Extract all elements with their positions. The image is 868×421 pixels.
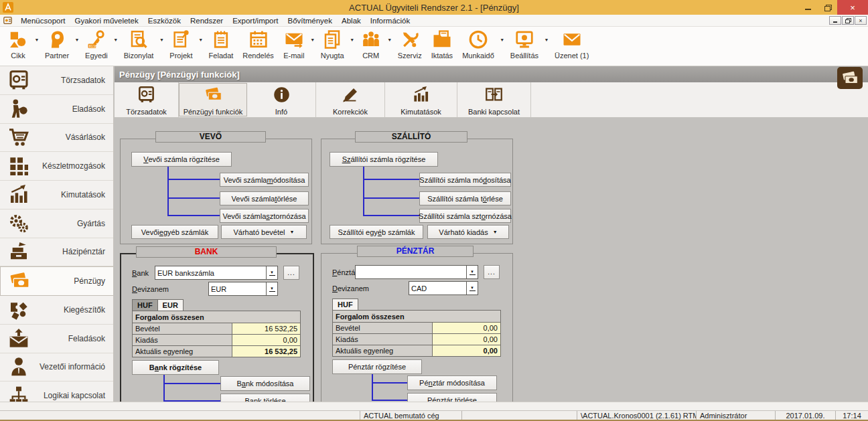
table-row: Aktuális egyenleg16 532,25 [133, 345, 300, 357]
penzugy-corner-icon[interactable] [837, 67, 863, 89]
combo-arrow-icon[interactable]: ▼ [466, 266, 478, 278]
inventory-grid-icon [7, 155, 31, 177]
menu-rendszer[interactable]: Rendszer [186, 17, 228, 25]
toolbar-cikk[interactable]: Cikk [3, 27, 33, 60]
szallitoi-szamla-sztornozasa-button[interactable]: Szállítói számla sztornózása [419, 209, 511, 223]
sidebar-item-hazipenztar[interactable]: Házipénztár [0, 238, 113, 267]
penztar-select[interactable]: ▼ [355, 265, 478, 279]
mdi-minimize-button[interactable] [829, 16, 841, 25]
sidebar-item-vasarlasok[interactable]: Vásárlások [0, 124, 113, 153]
tab-penzugyi-funkciok[interactable]: Pénzügyi funkciók [179, 83, 247, 116]
close-button[interactable]: × [837, 0, 868, 15]
bank-devizanem-select[interactable]: EUR ▼ [208, 282, 278, 296]
toolbar-rendeles[interactable]: Rendelés [238, 27, 278, 60]
munkaido-dropdown-arrow-icon[interactable]: ▼ [499, 27, 506, 52]
vevoi-szamla-sztornozasa-button[interactable]: Vevői számla sztornózása [220, 209, 309, 223]
tab-kimutatasok[interactable]: Kimutatások [385, 82, 457, 117]
currency-tab-huf[interactable]: HUF [132, 299, 157, 311]
toolbar-bizonylat[interactable]: Bizonylat [119, 27, 159, 60]
sidebar-item-gyartas[interactable]: Gyártás [0, 209, 113, 238]
toolbar-szerviz[interactable]: Szerviz [393, 27, 427, 60]
bank-modositasa-button[interactable]: Bank módosítása [220, 376, 310, 391]
tab-banki-kapcsolat[interactable]: Banki kapcsolat [457, 82, 531, 117]
tab-korrekciok[interactable]: Korrekciók [316, 82, 385, 117]
restore-icon [845, 18, 851, 23]
varhato-kiadas-dropdown-button[interactable]: Várható kiadás▼ [427, 225, 509, 239]
sidebar-item-penzugy[interactable]: Pénzügy [0, 266, 113, 296]
status-bar: ACTUAL bemutató cég \ACTUAL.Kronos0001 (… [0, 410, 868, 420]
clock-icon [467, 29, 489, 50]
currency-tab-eur[interactable]: EUR [157, 299, 184, 311]
varhato-bevetel-dropdown-button[interactable]: Várható bevétel▼ [221, 225, 307, 239]
nyugta-dropdown-arrow-icon[interactable]: ▼ [349, 27, 356, 52]
combo-arrow-icon[interactable]: ▼ [266, 282, 277, 295]
toolbar-crm[interactable]: CRM [356, 27, 386, 60]
szallitoi-szamla-rogzitese-button[interactable]: Szállítói számla rögzítése [330, 152, 438, 167]
penztar-modositasa-button[interactable]: Pénztár módosítása [407, 375, 497, 390]
toolbar-uzenet[interactable]: Üzenet (1) [550, 27, 593, 60]
sidebar-item-eladasok[interactable]: Eladások [0, 95, 113, 124]
sidebar-item-keszletmozgasok[interactable]: Készletmozgások [0, 152, 113, 181]
minimize-button[interactable] [798, 0, 818, 15]
bizonylat-dropdown-arrow-icon[interactable]: ▼ [158, 27, 165, 52]
mdi-restore-button[interactable] [842, 16, 854, 25]
vevoi-szamla-modositasa-button[interactable]: Vevői számla módosítása [220, 173, 309, 187]
menu-eszkozok[interactable]: Eszközök [143, 17, 186, 25]
menu-gyakori-muveletek[interactable]: Gyakori műveletek [70, 17, 143, 25]
status-empty-panel [0, 411, 360, 420]
mdi-child-icon [3, 16, 12, 25]
penztar-devizanem-select[interactable]: CAD ▼ [409, 281, 478, 295]
toolbar-email[interactable]: E-mail [279, 27, 309, 60]
toolbar-beallitas[interactable]: Beállítás [506, 27, 543, 60]
toolbar-iktatas[interactable]: Iktatás [427, 27, 457, 60]
menu-export-import[interactable]: Export/import [228, 17, 283, 25]
toolbar-feladat[interactable]: Feladat [204, 27, 238, 60]
page-title-bar: Pénzügy [Pénzügyi funkciók] [115, 66, 868, 82]
sidebar-item-kimutatasok[interactable]: Kimutatások [0, 181, 113, 209]
banknotes-icon [7, 270, 31, 292]
mdi-close-button[interactable]: × [855, 16, 867, 25]
toolbar-nyugta[interactable]: Nyugta [316, 27, 349, 60]
email-dropdown-arrow-icon[interactable]: ▼ [309, 27, 316, 52]
penztar-rogzitese-button[interactable]: Pénztár rögzítése [332, 359, 422, 374]
vevoi-egyeb-szamlak-button[interactable]: Vevői egyéb számlák [131, 225, 218, 239]
vevoi-szamla-torlese-button[interactable]: Vevői számla törlése [220, 191, 309, 205]
tab-torzsadatok[interactable]: Törzsadatok [115, 82, 179, 117]
connector-line [372, 374, 373, 401]
currency-tab-huf[interactable]: HUF [332, 299, 358, 310]
penztar-browse-button[interactable]: ... [484, 265, 500, 279]
sidebar-item-feladasok[interactable]: Feladások [0, 325, 113, 353]
toolbar-partner[interactable]: Partner [40, 27, 74, 60]
combo-arrow-icon[interactable]: ▼ [266, 266, 277, 279]
bank-select[interactable]: EUR bankszámla ▼ [155, 266, 278, 280]
partner-dropdown-arrow-icon[interactable]: ▼ [74, 27, 80, 52]
beallitas-dropdown-arrow-icon[interactable]: ▼ [543, 27, 550, 52]
toolbar-egyedi[interactable]: 0110 Egyedi [80, 27, 113, 60]
envelope-up-arrow-icon [7, 327, 31, 350]
dropdown-arrow-icon: ▼ [493, 230, 498, 234]
szallitoi-egyeb-szamlak-button[interactable]: Szállítói egyéb számlák [330, 225, 423, 239]
szallitoi-szamla-modositasa-button[interactable]: Szállítói számla módosítása [419, 173, 511, 187]
combo-arrow-icon[interactable]: ▼ [466, 282, 478, 294]
bank-label: Bank [132, 269, 149, 277]
menu-menucsoport[interactable]: Menücsoport [16, 17, 70, 25]
bank-browse-button[interactable]: ... [283, 266, 299, 280]
tab-info[interactable]: Infó [247, 82, 316, 117]
sidebar-item-torzsadatok[interactable]: Törzsadatok [0, 66, 113, 95]
menu-informaciok[interactable]: Információk [366, 17, 415, 25]
projekt-dropdown-arrow-icon[interactable]: ▼ [198, 27, 204, 52]
menu-bovitmenyek[interactable]: Bővítmények [283, 17, 337, 25]
status-empty-panel [461, 411, 577, 420]
restore-button[interactable] [818, 0, 837, 15]
sidebar-item-vezetoi-informacio[interactable]: Vezetői információ [0, 353, 113, 382]
crm-dropdown-arrow-icon[interactable]: ▼ [386, 27, 393, 52]
sidebar-item-kiegeszitok[interactable]: Kiegészítők [0, 296, 113, 325]
bank-rogzitese-button[interactable]: Bank rögzítése [132, 360, 219, 375]
toolbar-projekt[interactable]: Projekt [165, 27, 197, 60]
menu-ablak[interactable]: Ablak [337, 17, 366, 25]
vevoi-szamla-rogzitese-button[interactable]: Vevői számla rögzítése [131, 152, 232, 167]
szallitoi-szamla-torlese-button[interactable]: Szállítói számla törlése [419, 191, 511, 205]
egyedi-dropdown-arrow-icon[interactable]: ▼ [113, 27, 119, 52]
toolbar-munkaido[interactable]: Munkaidő [457, 27, 499, 60]
cikk-dropdown-arrow-icon[interactable]: ▼ [33, 27, 40, 52]
